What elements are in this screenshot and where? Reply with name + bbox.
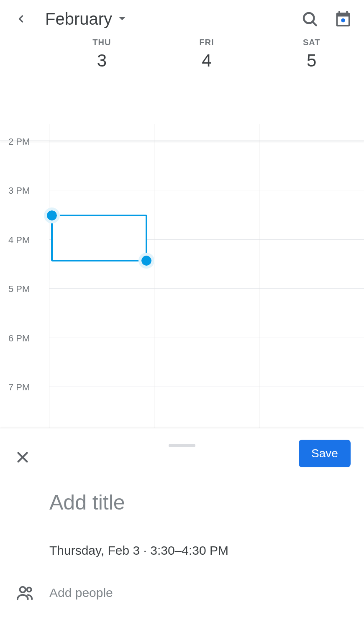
svg-point-5 <box>20 587 26 592</box>
close-icon <box>15 450 30 465</box>
chevron-left-icon <box>15 10 27 28</box>
hour-label: 3 PM <box>8 185 30 196</box>
today-button[interactable] <box>326 2 360 36</box>
app-bar: February <box>0 0 364 38</box>
hour-label: 5 PM <box>8 284 30 295</box>
month-label: February <box>45 10 112 28</box>
day-column[interactable] <box>154 124 259 428</box>
svg-point-6 <box>27 587 31 592</box>
calendar-today-icon <box>334 10 352 28</box>
svg-point-2 <box>341 18 345 23</box>
search-button[interactable] <box>293 2 326 36</box>
hour-label: 7 PM <box>8 382 30 393</box>
day-column[interactable] <box>259 124 364 428</box>
hour-label: 4 PM <box>8 235 30 246</box>
event-start-handle[interactable] <box>47 210 57 220</box>
close-button[interactable] <box>13 447 33 467</box>
day-column[interactable] <box>49 124 154 428</box>
day-header-row: THU 3 FRI 4 SAT 5 <box>0 38 364 88</box>
event-title-input[interactable] <box>49 490 351 515</box>
add-people-row[interactable] <box>14 583 351 602</box>
event-end-handle[interactable] <box>141 256 151 266</box>
day-of-week: SAT <box>259 38 364 47</box>
calendar-grid[interactable]: 2 PM 3 PM 4 PM 5 PM 6 PM 7 PM <box>0 124 364 428</box>
month-dropdown[interactable]: February <box>45 10 126 28</box>
save-button[interactable]: Save <box>299 440 351 467</box>
day-number: 3 <box>49 51 154 71</box>
grid-columns <box>49 124 364 428</box>
day-of-week: THU <box>49 38 154 47</box>
day-number: 5 <box>259 51 364 71</box>
svg-line-1 <box>313 22 316 26</box>
add-people-input[interactable] <box>49 586 351 600</box>
sheet-drag-handle[interactable] <box>169 444 195 447</box>
new-event-block[interactable] <box>51 215 147 261</box>
day-header[interactable]: THU 3 <box>49 38 154 88</box>
day-header[interactable]: FRI 4 <box>154 38 259 88</box>
day-header[interactable]: SAT 5 <box>259 38 364 88</box>
back-button[interactable] <box>4 2 38 36</box>
chevron-down-icon <box>118 16 126 22</box>
people-icon <box>14 583 36 602</box>
hour-label: 2 PM <box>8 136 30 147</box>
day-number: 4 <box>154 51 259 71</box>
event-time-text[interactable]: Thursday, Feb 3 · 3:30–4:30 PM <box>49 543 228 558</box>
search-icon <box>301 10 318 28</box>
day-of-week: FRI <box>154 38 259 47</box>
hour-label: 6 PM <box>8 333 30 344</box>
new-event-sheet: Save Thursday, Feb 3 · 3:30–4:30 PM <box>0 428 364 620</box>
